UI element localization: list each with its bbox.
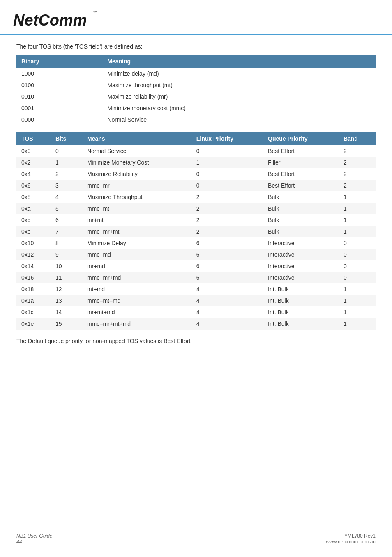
meaning-col-header: Meaning xyxy=(102,55,376,68)
tos-cell-1: 14 xyxy=(51,306,82,318)
tos-cell-0: 0x4 xyxy=(16,168,51,180)
tos-cell-1: 15 xyxy=(51,318,82,330)
tos-cell-0: 0x12 xyxy=(16,249,51,260)
tos-cell-0: 0x1c xyxy=(16,306,51,318)
tos-cell-4: Int. Bulk xyxy=(263,318,339,330)
meaning-cell: Normal Service xyxy=(102,114,376,125)
page-content: The four TOS bits (the 'TOS field') are … xyxy=(0,35,392,361)
binary-cell: 0100 xyxy=(16,79,102,91)
tos-cell-4: Int. Bulk xyxy=(263,306,339,318)
tos-cell-1: 1 xyxy=(51,157,82,168)
binary-table-header-row: Binary Meaning xyxy=(16,55,376,68)
tos-table-row: 0x1410mr+md6Interactive0 xyxy=(16,260,376,272)
binary-cell: 0010 xyxy=(16,91,102,102)
tos-table-row: 0xe7mmc+mr+mt2Bulk1 xyxy=(16,226,376,237)
tos-cell-5: 1 xyxy=(339,214,376,226)
tos-cell-3: 6 xyxy=(191,237,263,249)
tos-table-row: 0xa5mmc+mt2Bulk1 xyxy=(16,203,376,214)
tos-cell-1: 6 xyxy=(51,214,82,226)
tos-table-row: 0x1e15mmc+mr+mt+md4Int. Bulk1 xyxy=(16,318,376,330)
svg-text:™: ™ xyxy=(93,10,97,15)
tos-table-row: 0x21Minimize Monetary Cost1Filler2 xyxy=(16,157,376,168)
tos-cell-4: Bulk xyxy=(263,214,339,226)
tos-cell-4: Filler xyxy=(263,157,339,168)
footer-left: NB1 User Guide 44 xyxy=(16,533,52,545)
footer-doc-id: YML780 Rev1 xyxy=(326,533,376,539)
tos-cell-5: 2 xyxy=(339,180,376,191)
binary-table-row: 0001Minimize monetary cost (mmc) xyxy=(16,102,376,114)
tos-table-row: 0x00Normal Service0Best Effort2 xyxy=(16,145,376,157)
intro-paragraph: The four TOS bits (the 'TOS field') are … xyxy=(16,43,376,50)
tos-cell-2: Maximize Reliability xyxy=(82,168,191,180)
tos-cell-4: Interactive xyxy=(263,237,339,249)
tos-cell-5: 0 xyxy=(339,260,376,272)
tos-table-row: 0x129mmc+md6Interactive0 xyxy=(16,249,376,260)
page-footer: NB1 User Guide 44 YML780 Rev1 www.netcom… xyxy=(0,529,392,549)
tos-cell-5: 1 xyxy=(339,306,376,318)
tos-cell-5: 2 xyxy=(339,157,376,168)
tos-cell-2: Normal Service xyxy=(82,145,191,157)
tos-col-header-3: Linux Priority xyxy=(191,132,263,145)
tos-cell-1: 0 xyxy=(51,145,82,157)
tos-cell-3: 0 xyxy=(191,180,263,191)
tos-cell-0: 0xa xyxy=(16,203,51,214)
tos-cell-2: mmc+mr+md xyxy=(82,272,191,283)
tos-col-header-4: Queue Priority xyxy=(263,132,339,145)
svg-text:NetComm: NetComm xyxy=(13,12,87,29)
meaning-cell: Minimize monetary cost (mmc) xyxy=(102,102,376,114)
tos-cell-1: 9 xyxy=(51,249,82,260)
tos-cell-2: Maximize Throughput xyxy=(82,191,191,203)
tos-cell-0: 0x10 xyxy=(16,237,51,249)
tos-cell-1: 2 xyxy=(51,168,82,180)
tos-cell-2: mmc+mt xyxy=(82,203,191,214)
tos-col-header-2: Means xyxy=(82,132,191,145)
tos-cell-4: Int. Bulk xyxy=(263,295,339,306)
tos-cell-2: mr+mt xyxy=(82,214,191,226)
tos-cell-3: 4 xyxy=(191,283,263,295)
tos-cell-0: 0xe xyxy=(16,226,51,237)
page-header: .logo-font { font-family: 'Arial Black',… xyxy=(0,0,392,35)
tos-table-row: 0x84Maximize Throughput2Bulk1 xyxy=(16,191,376,203)
tos-cell-1: 11 xyxy=(51,272,82,283)
tos-cell-2: mt+md xyxy=(82,283,191,295)
tos-cell-2: mr+md xyxy=(82,260,191,272)
tos-cell-3: 1 xyxy=(191,157,263,168)
meaning-cell: Maximize throughput (mt) xyxy=(102,79,376,91)
tos-cell-2: mmc+mr+mt xyxy=(82,226,191,237)
tos-table-row: 0x42Maximize Reliability0Best Effort2 xyxy=(16,168,376,180)
tos-cell-0: 0x8 xyxy=(16,191,51,203)
binary-col-header: Binary xyxy=(16,55,102,68)
tos-cell-3: 6 xyxy=(191,260,263,272)
tos-cell-0: 0x6 xyxy=(16,180,51,191)
tos-cell-4: Int. Bulk xyxy=(263,283,339,295)
tos-cell-3: 2 xyxy=(191,203,263,214)
tos-table: TOSBitsMeansLinux PriorityQueue Priority… xyxy=(16,132,376,330)
tos-cell-0: 0x2 xyxy=(16,157,51,168)
tos-cell-4: Interactive xyxy=(263,272,339,283)
tos-cell-2: mmc+mr+mt+md xyxy=(82,318,191,330)
footer-note: The Default queue priority for non-mappe… xyxy=(16,338,376,344)
tos-cell-4: Best Effort xyxy=(263,145,339,157)
tos-cell-4: Interactive xyxy=(263,249,339,260)
tos-col-header-1: Bits xyxy=(51,132,82,145)
tos-col-header-5: Band xyxy=(339,132,376,145)
tos-table-row: 0x1c14mr+mt+md4Int. Bulk1 xyxy=(16,306,376,318)
tos-cell-5: 0 xyxy=(339,272,376,283)
tos-table-header-row: TOSBitsMeansLinux PriorityQueue Priority… xyxy=(16,132,376,145)
tos-cell-3: 4 xyxy=(191,295,263,306)
binary-cell: 0001 xyxy=(16,102,102,114)
tos-cell-4: Bulk xyxy=(263,203,339,214)
tos-cell-1: 12 xyxy=(51,283,82,295)
tos-table-row: 0x63mmc+mr0Best Effort2 xyxy=(16,180,376,191)
tos-cell-4: Best Effort xyxy=(263,168,339,180)
binary-table-row: 0100Maximize throughput (mt) xyxy=(16,79,376,91)
binary-table-row: 0000Normal Service xyxy=(16,114,376,125)
tos-cell-2: mmc+md xyxy=(82,249,191,260)
tos-cell-3: 0 xyxy=(191,145,263,157)
tos-cell-5: 2 xyxy=(339,145,376,157)
tos-cell-2: Minimize Monetary Cost xyxy=(82,157,191,168)
tos-cell-4: Interactive xyxy=(263,260,339,272)
tos-cell-3: 2 xyxy=(191,226,263,237)
binary-cell: 1000 xyxy=(16,68,102,79)
tos-table-row: 0x1611mmc+mr+md6Interactive0 xyxy=(16,272,376,283)
